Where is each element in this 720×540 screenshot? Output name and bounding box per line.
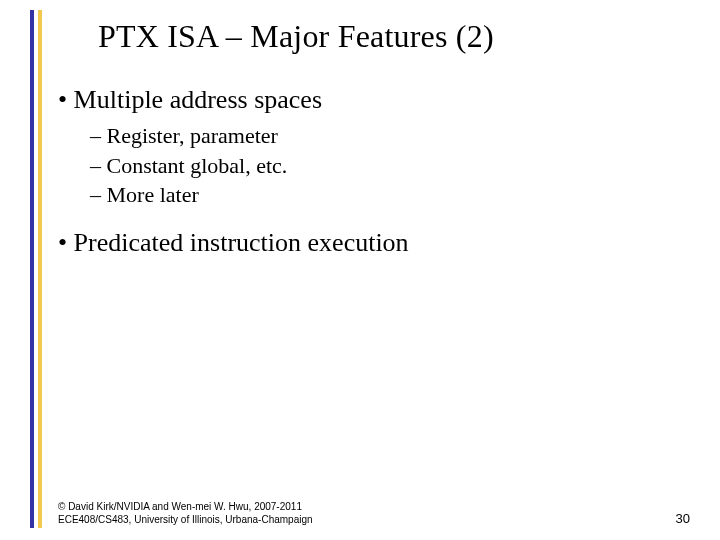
bullet-item: Multiple address spaces <box>58 85 700 115</box>
page-number: 30 <box>676 511 690 526</box>
footer-credits: © David Kirk/NVIDIA and Wen-mei W. Hwu, … <box>58 501 313 526</box>
footer-line: ECE408/CS483, University of Illinois, Ur… <box>58 514 313 527</box>
bullet-item: Predicated instruction execution <box>58 228 700 258</box>
sub-bullet-item: Register, parameter <box>90 121 700 151</box>
slide-footer: © David Kirk/NVIDIA and Wen-mei W. Hwu, … <box>58 501 700 526</box>
slide-content: PTX ISA – Major Features (2) Multiple ad… <box>58 0 700 540</box>
sub-bullet-list: Register, parameter Constant global, etc… <box>90 121 700 210</box>
sub-bullet-item: Constant global, etc. <box>90 151 700 181</box>
stripe-yellow <box>38 10 42 528</box>
footer-line: © David Kirk/NVIDIA and Wen-mei W. Hwu, … <box>58 501 313 514</box>
slide-title: PTX ISA – Major Features (2) <box>98 18 700 55</box>
accent-stripe <box>30 10 42 528</box>
sub-bullet-item: More later <box>90 180 700 210</box>
bullet-list: Multiple address spaces Register, parame… <box>58 85 700 258</box>
